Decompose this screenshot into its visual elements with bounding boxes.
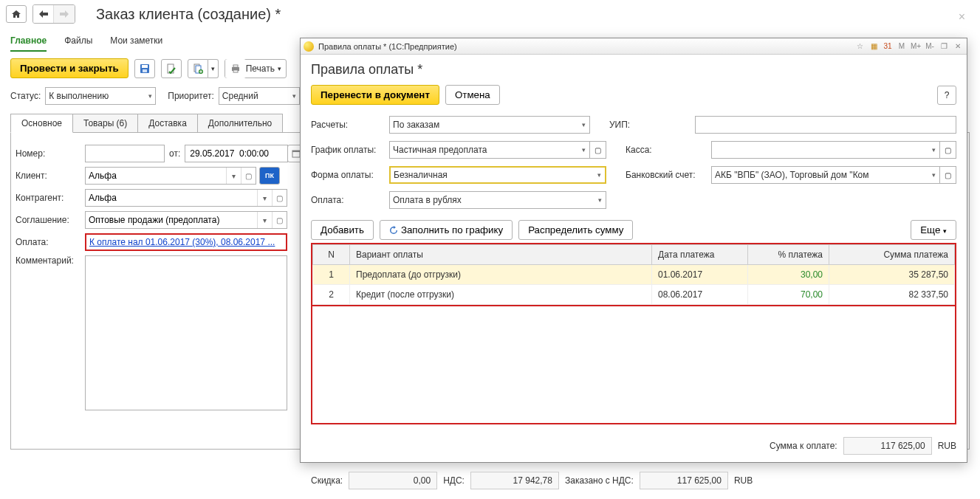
nav-tab-main[interactable]: Главное <box>10 31 47 52</box>
total-value: 117 625,00 <box>843 437 932 455</box>
col-variant[interactable]: Вариант оплаты <box>350 245 652 265</box>
tab-goods[interactable]: Товары (6) <box>72 114 138 133</box>
comment-label: Комментарий: <box>16 255 85 266</box>
calendar-small-icon[interactable]: 31 <box>882 41 894 52</box>
priority-select[interactable]: Средний▾ <box>219 87 300 105</box>
kassa-open-button[interactable]: ▢ <box>940 141 956 159</box>
uip-input[interactable] <box>695 116 956 134</box>
print-label: Печать <box>246 63 275 74</box>
arrow-left-icon <box>39 10 48 18</box>
schedule-open-button[interactable]: ▢ <box>590 141 606 159</box>
open-ref-icon[interactable]: ▢ <box>272 190 287 206</box>
create-based-on-caret[interactable]: ▾ <box>208 59 219 78</box>
col-date[interactable]: Дата платежа <box>652 245 748 265</box>
post-icon <box>166 63 177 74</box>
post-button[interactable] <box>161 59 182 78</box>
back-button[interactable] <box>33 5 54 23</box>
contragent-input[interactable]: ▾ ▢ <box>85 189 287 207</box>
doc-plus-icon <box>193 63 203 74</box>
close-x-button[interactable]: × <box>959 10 965 24</box>
payments-grid[interactable]: N Вариант оплаты Дата платежа % платежа … <box>311 243 956 306</box>
cancel-button[interactable]: Отмена <box>445 85 500 105</box>
forward-button <box>54 5 75 23</box>
col-n[interactable]: N <box>313 245 350 265</box>
open-ref-icon[interactable]: ▢ <box>241 168 256 184</box>
agreement-input[interactable]: ▾ ▢ <box>85 211 287 229</box>
priority-label: Приоритет: <box>168 91 214 101</box>
discount-label: Скидка: <box>311 475 343 486</box>
nav-tab-files[interactable]: Файлы <box>64 31 92 52</box>
distribute-button[interactable]: Распределить сумму <box>518 220 633 240</box>
oplata-link[interactable]: К оплате нал 01.06.2017 (30%), 08.06.201… <box>89 237 275 247</box>
chevron-down-icon: ▾ <box>292 92 296 100</box>
chevron-down-icon: ▾ <box>932 171 936 179</box>
client-card-button[interactable]: ПК <box>259 167 280 185</box>
chevron-down-icon[interactable]: ▾ <box>226 168 241 184</box>
bank-label: Банковский счет: <box>626 170 707 180</box>
help-button[interactable]: ? <box>937 86 956 105</box>
calc-label: Расчеты: <box>311 120 385 130</box>
nds-value: 17 942,78 <box>470 472 559 489</box>
favorite-icon[interactable]: ☆ <box>854 41 866 52</box>
tab-delivery[interactable]: Доставка <box>137 114 198 133</box>
ordered-label: Заказано с НДС: <box>565 475 634 486</box>
status-select[interactable]: К выполнению▾ <box>45 87 156 105</box>
bottom-totals: Скидка: 0,00 НДС: 17 942,78 Заказано с Н… <box>300 465 967 496</box>
agreement-label: Соглашение: <box>16 215 85 225</box>
dialog-heading: Правила оплаты * <box>311 62 956 78</box>
from-label: от: <box>169 148 180 159</box>
save-icon <box>140 63 150 74</box>
schedule-select[interactable]: Частичная предоплата▾ <box>389 141 590 159</box>
m-minus-icon[interactable]: M- <box>924 41 936 52</box>
save-button[interactable] <box>134 59 155 78</box>
window-close-icon[interactable]: ✕ <box>952 41 964 52</box>
chevron-down-icon: ▾ <box>597 171 601 179</box>
number-label: Номер: <box>16 148 85 159</box>
ordered-value: 117 625,00 <box>640 472 728 489</box>
dlg-oplata-label: Оплата: <box>311 195 385 205</box>
window-restore-icon[interactable]: ❐ <box>938 41 950 52</box>
more-button[interactable]: Еще ▾ <box>911 220 956 240</box>
chevron-down-icon: ▾ <box>598 196 602 204</box>
col-sum[interactable]: Сумма платежа <box>829 245 955 265</box>
contragent-label: Контрагент: <box>16 193 85 203</box>
dlg-oplata-select[interactable]: Оплата в рублях▾ <box>389 191 606 209</box>
create-based-on-button[interactable] <box>188 59 208 78</box>
table-row[interactable]: 2 Кредит (после отгрузки) 08.06.2017 70,… <box>313 285 955 305</box>
oplata-label: Оплата: <box>16 237 85 247</box>
calc-select[interactable]: По заказам▾ <box>389 116 590 134</box>
kassa-select[interactable]: ▾ <box>711 141 940 159</box>
date-input[interactable] <box>185 145 288 162</box>
number-input[interactable] <box>85 145 165 162</box>
nav-tab-notes[interactable]: Мои заметки <box>110 31 162 52</box>
chevron-down-icon[interactable]: ▾ <box>257 212 272 228</box>
open-ref-icon[interactable]: ▢ <box>272 212 287 228</box>
schedule-label: График оплаты: <box>311 145 385 155</box>
total-label: Сумма к оплате: <box>770 441 837 451</box>
discount-value: 0,00 <box>349 472 437 489</box>
page-title: Заказ клиента (создание) * <box>96 6 281 23</box>
bank-open-button[interactable]: ▢ <box>940 166 956 184</box>
refresh-icon <box>389 226 398 235</box>
chevron-down-icon[interactable]: ▾ <box>257 190 272 206</box>
svg-rect-1 <box>142 65 148 68</box>
client-label: Клиент: <box>16 171 85 181</box>
print-button[interactable]: Печать ▾ <box>225 59 287 78</box>
bank-select[interactable]: АКБ "ВПБ" (ЗАО), Торговый дом "Ком▾ <box>711 166 940 184</box>
tab-basic[interactable]: Основное <box>10 114 73 133</box>
m-plus-icon[interactable]: M+ <box>910 41 922 52</box>
post-and-close-button[interactable]: Провести и закрыть <box>10 58 129 78</box>
tab-additional[interactable]: Дополнительно <box>197 114 283 133</box>
comment-textarea[interactable] <box>85 255 287 410</box>
transfer-button[interactable]: Перенести в документ <box>311 85 439 105</box>
m-icon[interactable]: M <box>896 41 908 52</box>
fill-by-schedule-button[interactable]: Заполнить по графику <box>380 220 513 240</box>
client-input[interactable]: ▾ ▢ <box>85 167 256 185</box>
table-row[interactable]: 1 Предоплата (до отгрузки) 01.06.2017 30… <box>313 265 955 285</box>
add-button[interactable]: Добавить <box>311 220 374 240</box>
grid-empty-area[interactable] <box>311 306 956 424</box>
col-pct[interactable]: % платежа <box>748 245 829 265</box>
calc-icon[interactable]: ▦ <box>868 41 880 52</box>
payment-form-select[interactable]: Безналичная▾ <box>389 166 606 184</box>
home-button[interactable] <box>6 5 27 23</box>
